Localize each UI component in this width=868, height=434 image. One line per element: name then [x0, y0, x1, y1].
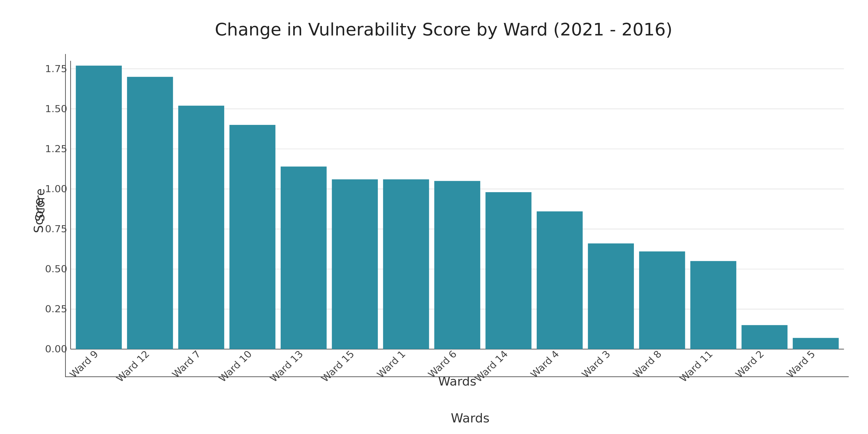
bar-ward-3: [588, 244, 634, 349]
chart-container: Change in Vulnerability Score by Ward (2…: [0, 0, 868, 434]
svg-text:0.25: 0.25: [45, 303, 67, 315]
svg-text:1.00: 1.00: [45, 183, 67, 194]
svg-text:Ward 8: Ward 8: [630, 348, 664, 380]
svg-text:1.50: 1.50: [45, 103, 67, 115]
bar-ward-12: [127, 77, 173, 349]
svg-text:0.50: 0.50: [45, 263, 67, 275]
bar-ward-11: [690, 261, 736, 349]
svg-text:Ward 15: Ward 15: [319, 348, 356, 384]
bar-ward-6: [434, 181, 480, 349]
chart-title: Change in Vulnerability Score by Ward (2…: [38, 19, 849, 39]
bar-ward-8: [639, 251, 685, 349]
svg-text:Ward 5: Ward 5: [784, 348, 817, 380]
svg-text:0.75: 0.75: [45, 223, 67, 235]
svg-text:1.25: 1.25: [45, 143, 67, 155]
bar-ward-10: [229, 125, 276, 349]
bar-ward-14: [486, 192, 532, 349]
svg-text:Ward 4: Ward 4: [528, 348, 562, 380]
svg-text:Wards: Wards: [438, 374, 476, 389]
bar-ward-9: [76, 66, 122, 349]
svg-text:Ward 11: Ward 11: [677, 348, 715, 384]
plot-area: 0.000.250.500.751.001.251.501.75Ward 9Wa…: [65, 54, 849, 377]
svg-text:Ward 2: Ward 2: [733, 348, 766, 380]
x-axis-title: Wards: [451, 411, 490, 425]
svg-text:Ward 14: Ward 14: [472, 348, 510, 384]
svg-text:Ward 13: Ward 13: [268, 348, 306, 384]
svg-text:Ward 1: Ward 1: [374, 348, 408, 380]
bar-ward-5: [793, 338, 839, 349]
svg-text:Ward 3: Ward 3: [579, 348, 613, 380]
bar-ward-15: [332, 179, 378, 349]
bar-ward-2: [741, 325, 787, 349]
svg-text:Ward 10: Ward 10: [217, 348, 254, 384]
svg-text:Ward 9: Ward 9: [67, 348, 100, 380]
svg-text:1.75: 1.75: [45, 63, 67, 74]
svg-text:Ward 12: Ward 12: [114, 348, 152, 384]
bar-ward-4: [537, 212, 583, 349]
svg-text:0.00: 0.00: [45, 343, 67, 355]
bar-ward-1: [383, 179, 429, 349]
svg-text:Score: Score: [33, 189, 47, 222]
bar-ward-13: [281, 166, 327, 349]
chart-area: Score 0.000.250.500.751.001.251.501.75Wa…: [38, 54, 849, 377]
bar-ward-7: [178, 105, 224, 349]
svg-text:Ward 7: Ward 7: [170, 348, 203, 380]
